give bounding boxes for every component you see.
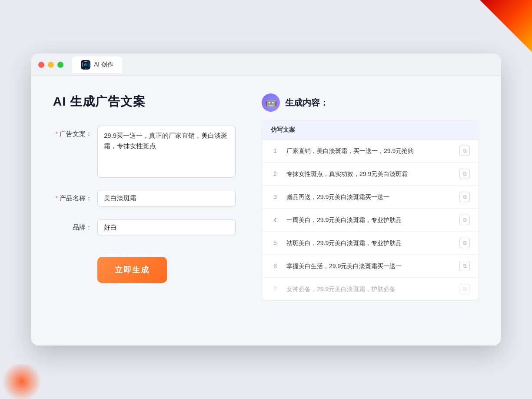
- result-number: 3: [271, 193, 279, 200]
- brand-group: 品牌：: [53, 219, 236, 236]
- result-item: 6 掌握美白生活，29.9元美白淡斑霜买一送一 ⧉: [262, 255, 479, 278]
- ad-copy-group: *广告文案：: [53, 126, 236, 178]
- minimize-button[interactable]: [48, 62, 54, 68]
- copy-icon[interactable]: ⧉: [459, 284, 470, 294]
- result-number: 4: [271, 216, 279, 223]
- product-name-input[interactable]: [97, 190, 236, 207]
- generate-button[interactable]: 立即生成: [97, 257, 167, 283]
- copy-icon[interactable]: ⧉: [459, 169, 470, 179]
- copy-icon[interactable]: ⧉: [459, 146, 470, 156]
- ad-copy-label: *广告文案：: [53, 126, 92, 138]
- page-title: AI 生成广告文案: [53, 93, 236, 110]
- ad-copy-input[interactable]: [97, 126, 236, 178]
- copy-icon[interactable]: ⧉: [459, 238, 470, 248]
- browser-titlebar: AI AI 创作: [31, 53, 501, 76]
- product-name-label: *产品名称：: [53, 190, 92, 203]
- tab-label: AI 创作: [94, 61, 113, 69]
- ai-tab-icon: AI: [81, 60, 90, 70]
- right-panel: 生成内容： 仿写文案 1 厂家直销，美白淡斑霜，买一送一，29.9元抢购 ⧉ 2…: [262, 93, 479, 328]
- result-text: 专抹女性斑点，真实功效，29.9元美白淡斑霜: [286, 170, 452, 179]
- result-item: 7 女神必备，29.9元美白淡斑霜，护肤必备 ⧉: [262, 278, 479, 300]
- copy-icon[interactable]: ⧉: [459, 215, 470, 225]
- ai-avatar: [262, 93, 280, 112]
- brand-input[interactable]: [97, 219, 236, 236]
- tab-ai-creation[interactable]: AI AI 创作: [72, 57, 122, 73]
- result-item: 1 厂家直销，美白淡斑霜，买一送一，29.9元抢购 ⧉: [262, 140, 479, 163]
- decorative-corner-bottom-left: [0, 364, 43, 399]
- result-text: 女神必备，29.9元美白淡斑霜，护肤必备: [286, 285, 452, 294]
- right-title: 生成内容：: [285, 97, 329, 109]
- result-text: 赠品再送，29.9元美白淡斑霜买一送一: [286, 193, 452, 202]
- result-text: 祛斑美白，29.9元美白淡斑霜，专业护肤品: [286, 239, 452, 248]
- result-item: 5 祛斑美白，29.9元美白淡斑霜，专业护肤品 ⧉: [262, 232, 479, 255]
- result-number: 7: [271, 286, 279, 293]
- results-container: 仿写文案 1 厂家直销，美白淡斑霜，买一送一，29.9元抢购 ⧉ 2 专抹女性斑…: [262, 120, 479, 301]
- result-text: 一周美白，29.9元美白淡斑霜，专业护肤品: [286, 216, 452, 225]
- result-number: 6: [271, 263, 279, 269]
- browser-content: AI 生成广告文案 *广告文案： *产品名称： 品牌： 立: [31, 76, 501, 346]
- results-list: 1 厂家直销，美白淡斑霜，买一送一，29.9元抢购 ⧉ 2 专抹女性斑点，真实功…: [262, 140, 479, 300]
- right-header: 生成内容：: [262, 93, 479, 112]
- result-number: 1: [271, 147, 279, 154]
- result-item: 4 一周美白，29.9元美白淡斑霜，专业护肤品 ⧉: [262, 209, 479, 232]
- close-button[interactable]: [38, 62, 44, 68]
- result-item: 3 赠品再送，29.9元美白淡斑霜买一送一 ⧉: [262, 186, 479, 209]
- results-header: 仿写文案: [262, 121, 479, 140]
- copy-icon[interactable]: ⧉: [459, 261, 470, 271]
- left-panel: AI 生成广告文案 *广告文案： *产品名称： 品牌： 立: [53, 93, 236, 328]
- result-number: 2: [271, 170, 279, 177]
- brand-label: 品牌：: [53, 219, 92, 232]
- traffic-lights: [38, 62, 63, 68]
- result-number: 5: [271, 239, 279, 246]
- result-text: 掌握美白生活，29.9元美白淡斑霜买一送一: [286, 262, 452, 271]
- product-name-group: *产品名称：: [53, 190, 236, 207]
- maximize-button[interactable]: [57, 62, 63, 68]
- copy-icon[interactable]: ⧉: [459, 192, 470, 202]
- decorative-corner-top-right: [480, 0, 532, 52]
- browser-window: AI AI 创作 AI 生成广告文案 *广告文案： *产品名称：: [31, 53, 501, 346]
- result-item: 2 专抹女性斑点，真实功效，29.9元美白淡斑霜 ⧉: [262, 163, 479, 186]
- result-text: 厂家直销，美白淡斑霜，买一送一，29.9元抢购: [286, 146, 452, 156]
